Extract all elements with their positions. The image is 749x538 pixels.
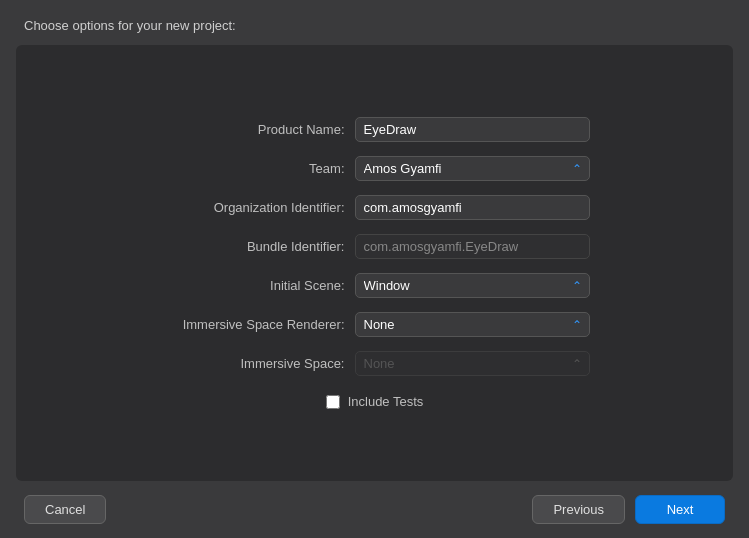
org-identifier-control xyxy=(355,195,590,220)
bundle-identifier-label: Bundle Identifier: xyxy=(160,239,345,254)
footer-right: Previous Next xyxy=(532,495,725,524)
bundle-identifier-row: Bundle Identifier: xyxy=(160,234,590,259)
product-name-row: Product Name: xyxy=(160,117,590,142)
team-row: Team: Amos Gyamfi None ⌃ xyxy=(160,156,590,181)
immersive-space-control: None ⌃ xyxy=(355,351,590,376)
org-identifier-row: Organization Identifier: xyxy=(160,195,590,220)
org-identifier-input[interactable] xyxy=(355,195,590,220)
immersive-renderer-label: Immersive Space Renderer: xyxy=(160,317,345,332)
include-tests-label: Include Tests xyxy=(348,394,424,409)
cancel-button[interactable]: Cancel xyxy=(24,495,106,524)
include-tests-checkbox[interactable] xyxy=(326,395,340,409)
immersive-space-row: Immersive Space: None ⌃ xyxy=(160,351,590,376)
product-name-control xyxy=(355,117,590,142)
dialog-body: Product Name: Team: Amos Gyamfi None ⌃ O… xyxy=(16,45,733,481)
team-control: Amos Gyamfi None ⌃ xyxy=(355,156,590,181)
dialog-footer: Cancel Previous Next xyxy=(0,481,749,538)
previous-button[interactable]: Previous xyxy=(532,495,625,524)
initial-scene-row: Initial Scene: Window None ⌃ xyxy=(160,273,590,298)
immersive-renderer-row: Immersive Space Renderer: None Metal Rea… xyxy=(160,312,590,337)
immersive-space-select-wrapper: None ⌃ xyxy=(355,351,590,376)
bundle-identifier-control xyxy=(355,234,590,259)
dialog-title: Choose options for your new project: xyxy=(24,18,236,33)
include-tests-row: Include Tests xyxy=(160,394,590,409)
product-name-label: Product Name: xyxy=(160,122,345,137)
form-container: Product Name: Team: Amos Gyamfi None ⌃ O… xyxy=(160,117,590,409)
initial-scene-label: Initial Scene: xyxy=(160,278,345,293)
initial-scene-select-wrapper: Window None ⌃ xyxy=(355,273,590,298)
next-button[interactable]: Next xyxy=(635,495,725,524)
product-name-input[interactable] xyxy=(355,117,590,142)
team-select-wrapper: Amos Gyamfi None ⌃ xyxy=(355,156,590,181)
org-identifier-label: Organization Identifier: xyxy=(160,200,345,215)
immersive-space-select[interactable]: None xyxy=(355,351,590,376)
immersive-renderer-select-wrapper: None Metal RealityKit ⌃ xyxy=(355,312,590,337)
immersive-space-label: Immersive Space: xyxy=(160,356,345,371)
initial-scene-control: Window None ⌃ xyxy=(355,273,590,298)
team-select[interactable]: Amos Gyamfi None xyxy=(355,156,590,181)
bundle-identifier-input xyxy=(355,234,590,259)
immersive-renderer-control: None Metal RealityKit ⌃ xyxy=(355,312,590,337)
team-label: Team: xyxy=(160,161,345,176)
immersive-renderer-select[interactable]: None Metal RealityKit xyxy=(355,312,590,337)
initial-scene-select[interactable]: Window None xyxy=(355,273,590,298)
